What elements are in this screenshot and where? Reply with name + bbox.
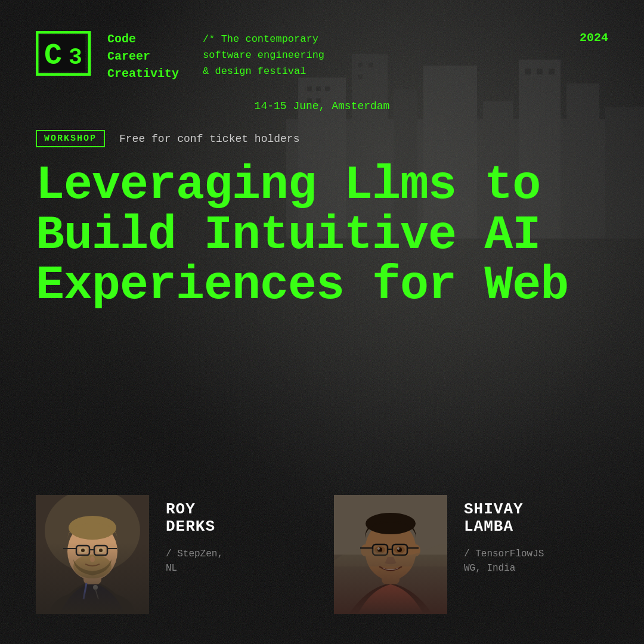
event-year: 2024 <box>580 31 608 45</box>
svg-point-29 <box>69 516 116 540</box>
speaker-2-org: / TensorFlowJS WG, India <box>464 547 544 575</box>
event-date: 14-15 June, Amsterdam <box>255 100 390 112</box>
title-line-2: Build Intuitive AI <box>36 210 608 261</box>
svg-rect-46 <box>382 565 400 584</box>
speaker-1-info: ROY DERKS / StepZen, NL <box>166 495 223 575</box>
svg-line-42 <box>95 589 98 599</box>
svg-point-37 <box>97 547 105 553</box>
logo-section: C 3 Code Career Creativity <box>36 31 179 82</box>
speakers-section: ROY DERKS / StepZen, NL <box>36 495 608 614</box>
title-line-1: Leveraging Llms to <box>36 160 608 210</box>
svg-line-43 <box>83 583 86 599</box>
speaker-2: SHIVAY LAMBA / TensorFlowJS WG, India <box>334 495 608 614</box>
speaker-2-illustration <box>334 495 447 614</box>
svg-rect-32 <box>94 546 107 555</box>
logo-line-1: Code <box>107 31 179 48</box>
workshop-badge: WORKSHOP <box>36 130 105 147</box>
svg-point-60 <box>377 547 380 550</box>
speaker-1-illustration <box>36 495 149 614</box>
svg-point-38 <box>81 549 85 552</box>
svg-point-48 <box>366 513 416 534</box>
svg-point-26 <box>51 590 134 614</box>
title-line-3: Experiences for Web <box>36 261 608 311</box>
speaker-2-info: SHIVAY LAMBA / TensorFlowJS WG, India <box>464 495 544 575</box>
tagline-line-2: software engineering <box>203 47 556 63</box>
speaker-1-org: / StepZen, NL <box>166 547 223 575</box>
logo-text: Code Career Creativity <box>107 31 179 82</box>
svg-rect-31 <box>76 546 89 555</box>
logo-line-2: Career <box>107 48 179 65</box>
svg-point-40 <box>90 556 95 562</box>
main-content: C 3 Code Career Creativity /* The contem… <box>0 0 644 644</box>
header: C 3 Code Career Creativity /* The contem… <box>36 31 608 82</box>
header-tagline-block: /* The contemporary software engineering… <box>179 31 580 80</box>
svg-rect-27 <box>83 566 101 584</box>
svg-point-36 <box>79 547 87 553</box>
speaker-2-name: SHIVAY LAMBA <box>464 501 544 535</box>
tagline-line-3: & design festival <box>203 63 556 79</box>
page-container: C 3 Code Career Creativity /* The contem… <box>0 0 644 644</box>
workshop-row: WORKSHOP Free for conf ticket holders <box>36 130 608 147</box>
logo-line-3: Creativity <box>107 66 179 82</box>
svg-point-41 <box>93 585 98 590</box>
c3-logo-icon: C 3 <box>36 31 92 76</box>
header-tagline: /* The contemporary software engineering… <box>203 31 556 80</box>
speaker-1-photo <box>36 495 149 614</box>
tagline-line-1: /* The contemporary <box>203 31 556 47</box>
svg-text:C: C <box>44 39 62 73</box>
svg-point-30 <box>73 555 112 578</box>
speaker-2-photo <box>334 495 447 614</box>
speaker-1: ROY DERKS / StepZen, NL <box>36 495 310 614</box>
svg-text:3: 3 <box>69 45 82 70</box>
svg-point-39 <box>99 549 103 552</box>
speaker-1-name: ROY DERKS <box>166 501 223 535</box>
talk-title: Leveraging Llms to Build Intuitive AI Ex… <box>36 160 608 476</box>
svg-point-50 <box>412 544 420 556</box>
event-date-line: 14-15 June, Amsterdam <box>36 100 608 112</box>
svg-point-61 <box>397 547 400 550</box>
workshop-free-text: Free for conf ticket holders <box>119 133 299 145</box>
